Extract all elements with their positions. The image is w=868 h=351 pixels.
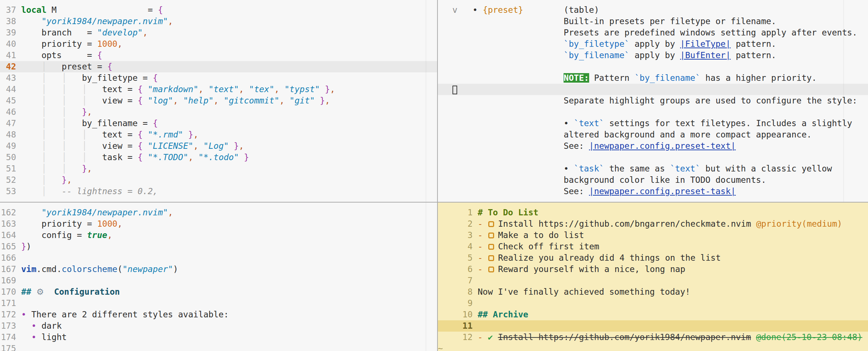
- help-link[interactable]: |newpaper.config.preset-task|: [589, 186, 736, 196]
- code-line[interactable]: 45 │ │ │ view = { "log", "help", "gitcom…: [0, 95, 437, 106]
- todo-line[interactable]: 3- Make a to do list: [438, 230, 868, 241]
- help-link[interactable]: |newpaper.config.preset-text|: [589, 141, 736, 151]
- text-segment: [21, 332, 31, 342]
- code-line[interactable]: 40 priority = 1000,: [0, 38, 437, 50]
- code-line[interactable]: 165}): [0, 241, 437, 252]
- text-segment: [21, 62, 41, 71]
- help-line[interactable]: Presets are predefined windows setting a…: [438, 27, 868, 38]
- code-line[interactable]: 42 │ preset = {: [0, 61, 437, 72]
- code-line[interactable]: 164 config = true,: [0, 230, 437, 241]
- code-line[interactable]: 50 │ │ │ task = { "*.TODO", "*.todo" }: [0, 152, 437, 163]
- code-line[interactable]: 38 "yorik1984/newpaper.nvim",: [0, 16, 437, 27]
- text-segment: view =: [87, 141, 137, 151]
- code-line[interactable]: 48 │ │ │ text = { "*.rmd" },: [0, 129, 437, 140]
- code-line[interactable]: 166: [0, 252, 437, 264]
- text-segment: [751, 332, 756, 342]
- code-line[interactable]: 46 │ │ },: [0, 106, 437, 118]
- line-text: priority = 1000,: [21, 38, 122, 50]
- text-segment: `by_filetype`: [564, 39, 629, 49]
- help-line[interactable]: [438, 61, 868, 72]
- line-text: See: |newpaper.config.preset-text|: [438, 140, 736, 152]
- code-line[interactable]: 167vim.cmd.colorscheme("newpaper"): [0, 264, 437, 275]
- text-segment: ): [173, 264, 178, 274]
- code-line[interactable]: 44 │ │ │ text = { "markdown", "text", "t…: [0, 84, 437, 95]
- text-segment: [143, 152, 148, 162]
- text-segment: │: [41, 62, 46, 71]
- todo-line[interactable]: 6- Reward yourself with a nice, long nap: [438, 264, 868, 275]
- todo-line[interactable]: 9: [438, 298, 868, 309]
- pane-todo-list[interactable]: 1# To Do List2- Install https://github.c…: [438, 203, 868, 351]
- code-line[interactable]: 174 • light: [0, 332, 437, 343]
- code-line[interactable]: 41 opts = {: [0, 50, 437, 61]
- code-line[interactable]: 39 branch = "develop",: [0, 27, 437, 38]
- text-segment: See:: [564, 186, 589, 196]
- code-line[interactable]: 175: [0, 343, 437, 351]
- help-line[interactable]: See: |newpaper.config.preset-text|: [438, 140, 868, 152]
- checkbox-icon[interactable]: [488, 244, 494, 250]
- todo-line[interactable]: 8Now I've finally achieved something tod…: [438, 286, 868, 298]
- help-line[interactable]: See: |newpaper.config.preset-task|: [438, 186, 868, 197]
- todo-line[interactable]: 4- Check off first item: [438, 241, 868, 252]
- help-link[interactable]: |FileType|: [680, 39, 731, 49]
- pane-readme-markdown[interactable]: 162 "yorik1984/newpaper.nvim",163 priori…: [0, 203, 437, 351]
- help-line[interactable]: [438, 106, 868, 118]
- code-line[interactable]: 37local M = {: [0, 4, 437, 16]
- help-line[interactable]: background color like in TODO documents.: [438, 174, 868, 186]
- todo-line[interactable]: 2- Install https://github.com/bngarren/c…: [438, 218, 868, 230]
- text-segment: }: [325, 84, 330, 94]
- help-line[interactable]: `by_filetype` apply by |FileType| patter…: [438, 38, 868, 50]
- todo-line[interactable]: 5- Realize you already did 4 things on t…: [438, 252, 868, 264]
- code-line[interactable]: 173 • dark: [0, 320, 437, 332]
- code-line[interactable]: 163 priority = 1000,: [0, 218, 437, 230]
- text-segment: │: [41, 84, 46, 94]
- code-line[interactable]: 43 │ │ by_filetype = {: [0, 72, 437, 84]
- help-line[interactable]: • `text` settings for text filetypes. In…: [438, 118, 868, 129]
- text-segment: text =: [87, 130, 137, 139]
- help-line[interactable]: • `task` the same as `text` but with a c…: [438, 163, 868, 174]
- help-line[interactable]: [438, 152, 868, 163]
- code-line[interactable]: 171: [0, 298, 437, 309]
- help-line[interactable]: v • {preset} (table): [438, 4, 868, 16]
- text-segment: Check off first item: [498, 242, 599, 251]
- checkbox-icon[interactable]: [488, 267, 494, 272]
- text-segment: task =: [87, 152, 137, 162]
- code-line[interactable]: 53 │ -- lightness = 0.2,: [0, 186, 437, 197]
- help-line[interactable]: NOTE: Pattern `by_filename` has a higher…: [438, 72, 868, 84]
- checkbox-icon[interactable]: [488, 233, 494, 238]
- pane-lua-plugin-config[interactable]: 37local M = {38 "yorik1984/newpaper.nvim…: [0, 0, 437, 202]
- line-text: - Install https://github.com/bngarren/ch…: [478, 218, 842, 230]
- code-line[interactable]: 52 │ },: [0, 174, 437, 186]
- code-line[interactable]: 162 "yorik1984/newpaper.nvim",: [0, 207, 437, 218]
- vertical-window-separator[interactable]: [437, 0, 438, 351]
- pane-help-documentation[interactable]: v • {preset} (table) Built-in presets pe…: [438, 0, 868, 202]
- todo-line[interactable]: 10## Archive: [438, 309, 868, 320]
- todo-line[interactable]: 1# To Do List: [438, 207, 868, 218]
- line-number: 165: [0, 241, 16, 252]
- todo-line[interactable]: 11: [438, 320, 868, 332]
- line-text: - Check off first item: [478, 241, 599, 252]
- code-line[interactable]: 47 │ │ by_filename = {: [0, 118, 437, 129]
- todo-line[interactable]: 7: [438, 275, 868, 286]
- code-line[interactable]: 49 │ │ │ view = { "LICENSE", "Log" },: [0, 140, 437, 152]
- checkbox-icon[interactable]: [488, 255, 494, 261]
- horizontal-window-separator[interactable]: [0, 202, 868, 203]
- help-line[interactable]: Separate highlight groups are used to co…: [438, 95, 868, 106]
- line-number: 174: [0, 332, 16, 343]
- help-line[interactable]: altered background and a more compact ap…: [438, 129, 868, 140]
- help-link[interactable]: |BufEnter|: [680, 50, 731, 60]
- help-line[interactable]: Built-in presets per filetype or filenam…: [438, 16, 868, 27]
- line-text: Now I've finally achieved something toda…: [478, 286, 690, 298]
- checkbox-icon[interactable]: [488, 221, 494, 227]
- code-line[interactable]: 169: [0, 275, 437, 286]
- text-segment: light: [37, 332, 67, 342]
- line-number: 49: [0, 140, 16, 152]
- todo-line[interactable]: 12- ✔ Install https://github.com/yorik19…: [438, 332, 868, 343]
- help-line[interactable]: `by_filename` apply by |BufEnter| patter…: [438, 50, 868, 61]
- code-line[interactable]: 170## ⚙ Configuration: [0, 286, 437, 298]
- code-line[interactable]: 51 │ │ },: [0, 163, 437, 174]
- text-segment: [67, 107, 82, 117]
- help-line[interactable]: [438, 84, 868, 95]
- text-segment: [46, 164, 62, 173]
- code-line[interactable]: 172• There are 2 different styles availa…: [0, 309, 437, 320]
- todo-line[interactable]: ~: [438, 343, 868, 351]
